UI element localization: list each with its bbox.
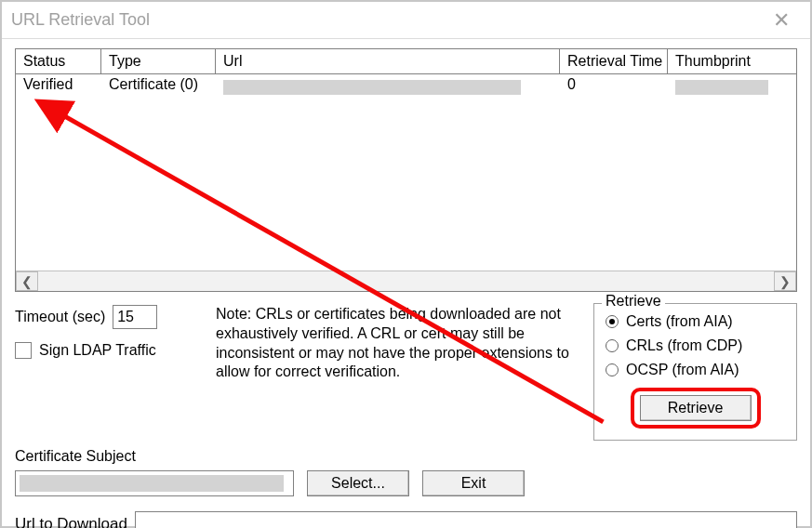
radio-crls-cdp[interactable]: CRLs (from CDP) — [606, 334, 785, 358]
sign-ldap-label: Sign LDAP Traffic — [39, 342, 156, 359]
exit-button[interactable]: Exit — [422, 470, 525, 496]
note-text: Note: CRLs or certificates being downloa… — [216, 303, 579, 382]
select-button[interactable]: Select... — [307, 470, 409, 496]
radio-icon — [606, 363, 619, 376]
sign-ldap-checkbox[interactable] — [15, 342, 32, 359]
cell-retrieval-time: 0 — [560, 74, 668, 99]
scroll-track[interactable] — [38, 271, 774, 291]
radio-ocsp-aia[interactable]: OCSP (from AIA) — [606, 358, 785, 382]
radio-label: Certs (from AIA) — [626, 313, 733, 330]
radio-icon — [606, 315, 619, 328]
url-to-download-label: Url to Download — [15, 515, 127, 528]
cell-url — [216, 74, 560, 99]
column-header-url[interactable]: Url — [216, 49, 560, 73]
certificate-subject-field[interactable] — [15, 470, 294, 496]
cell-type: Certificate (0) — [101, 74, 216, 99]
retrieve-group: Retrieve Certs (from AIA) CRLs (from CDP… — [593, 303, 797, 441]
certificate-subject-label: Certificate Subject — [15, 448, 579, 465]
column-header-thumbprint[interactable]: Thumbprint — [668, 49, 796, 73]
annotation-highlight: Retrieve — [631, 388, 761, 429]
radio-label: OCSP (from AIA) — [626, 362, 739, 378]
retrieve-legend: Retrieve — [602, 293, 665, 310]
close-icon[interactable]: ✕ — [762, 10, 801, 31]
url-to-download-input[interactable] — [135, 511, 797, 528]
column-header-status[interactable]: Status — [16, 49, 101, 73]
radio-certs-aia[interactable]: Certs (from AIA) — [606, 310, 785, 334]
titlebar: URL Retrieval Tool ✕ — [2, 2, 810, 39]
window-title: URL Retrieval Tool — [11, 10, 150, 30]
radio-label: CRLs (from CDP) — [626, 337, 742, 354]
cell-thumbprint — [668, 74, 796, 99]
column-header-retrieval-time[interactable]: Retrieval Time — [560, 49, 668, 73]
timeout-label: Timeout (sec) — [15, 309, 105, 325]
cell-status: Verified — [16, 74, 101, 99]
url-retrieval-tool-window: URL Retrieval Tool ✕ Status Type Url Ret… — [0, 0, 812, 528]
table-row[interactable]: Verified Certificate (0) 0 — [16, 74, 796, 99]
scroll-right-icon[interactable]: ❯ — [774, 271, 796, 291]
horizontal-scrollbar[interactable]: ❮ ❯ — [16, 271, 796, 291]
results-table: Status Type Url Retrieval Time Thumbprin… — [15, 48, 797, 292]
radio-icon — [606, 339, 619, 352]
column-header-type[interactable]: Type — [101, 49, 216, 73]
retrieve-button[interactable]: Retrieve — [640, 395, 752, 421]
timeout-input[interactable] — [113, 305, 157, 329]
scroll-left-icon[interactable]: ❮ — [16, 271, 38, 291]
